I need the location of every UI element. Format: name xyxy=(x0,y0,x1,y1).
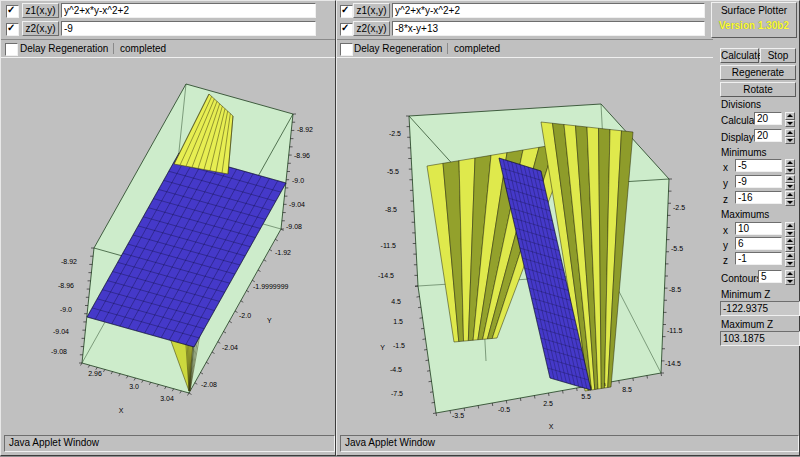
maximum-z-label: Maximum Z xyxy=(721,319,773,330)
z1-input[interactable] xyxy=(392,3,705,18)
svg-text:3.0: 3.0 xyxy=(129,383,139,390)
plot-canvas-right[interactable]: -2.5 -5.5 -8.5 -11.5 -14.5 -2.5 -5.5 -8.… xyxy=(339,58,717,436)
z1-input[interactable] xyxy=(61,3,316,18)
svg-text:-9.0: -9.0 xyxy=(292,177,304,184)
divisions-display-input[interactable] xyxy=(754,129,782,142)
z-axis-labels-right: -2.5 -5.5 -8.5 -11.5 -14.5 xyxy=(665,204,685,367)
brand-title: Surface Plotter xyxy=(712,3,796,18)
contours-input[interactable] xyxy=(758,270,782,283)
minimum-z-label: Minimum Z xyxy=(721,289,770,300)
divisions-label: Divisions xyxy=(721,99,761,110)
max-x-input[interactable] xyxy=(735,222,782,235)
svg-text:3.04: 3.04 xyxy=(160,395,174,402)
svg-text:-5.5: -5.5 xyxy=(387,168,399,175)
svg-text:5.5: 5.5 xyxy=(581,393,591,400)
min-z-input[interactable] xyxy=(735,191,782,204)
z1-label: z1(x,y) xyxy=(353,3,390,18)
svg-text:-2.5: -2.5 xyxy=(673,204,685,211)
svg-text:-9.08: -9.08 xyxy=(51,348,67,355)
screen: z1(x,y) z2(x,y) Delay Regeneration compl… xyxy=(0,0,800,457)
rotate-button[interactable]: Rotate xyxy=(720,82,796,97)
svg-text:-14.5: -14.5 xyxy=(378,272,394,279)
z1-enabled-checkbox[interactable] xyxy=(6,5,19,18)
svg-text:-9.04: -9.04 xyxy=(53,328,69,335)
svg-text:-3.5: -3.5 xyxy=(452,412,464,419)
java-applet-window-bar: Java Applet Window xyxy=(4,435,335,452)
svg-text:-9.0: -9.0 xyxy=(60,306,72,313)
brand-panel: Surface Plotter Version 1.30b2 xyxy=(711,2,797,38)
right-applet-window: z1(x,y) z2(x,y) Surface Plotter Version … xyxy=(336,0,800,456)
min-x-input[interactable] xyxy=(735,159,782,172)
svg-text:-2.0: -2.0 xyxy=(239,312,251,319)
max-z-input[interactable] xyxy=(735,252,782,265)
maximum-z-value: 103.1875 xyxy=(720,331,800,346)
brand-version: Version 1.30b2 xyxy=(712,18,796,33)
regenerate-button[interactable]: Regenerate xyxy=(720,65,796,80)
max-y-input[interactable] xyxy=(735,237,782,250)
max-y-label: y xyxy=(723,240,728,251)
z2-input[interactable] xyxy=(61,21,316,36)
max-z-spinner[interactable] xyxy=(785,252,795,267)
status-row: Delay Regeneration completed xyxy=(337,39,713,58)
z2-enabled-checkbox[interactable] xyxy=(340,23,353,36)
svg-text:-7.5: -7.5 xyxy=(391,390,403,397)
z1-enabled-checkbox[interactable] xyxy=(340,5,353,18)
z1-label: z1(x,y) xyxy=(22,3,59,18)
svg-text:-0.5: -0.5 xyxy=(498,406,510,413)
svg-text:-8.92: -8.92 xyxy=(297,126,313,133)
x-axis-title: X xyxy=(119,407,124,414)
z-axis-labels-left: -8.92 -8.96 -9.0 -9.04 -9.08 xyxy=(51,258,77,355)
divisions-display-label: Display xyxy=(721,132,754,143)
contours-spinner[interactable] xyxy=(785,270,795,285)
svg-text:2.5: 2.5 xyxy=(543,400,553,407)
z2-enabled-checkbox[interactable] xyxy=(6,23,19,36)
minimum-z-value: -122.9375 xyxy=(720,301,800,316)
divisions-calculate-input[interactable] xyxy=(754,112,782,125)
max-y-spinner[interactable] xyxy=(785,237,795,252)
y-axis-title: Y xyxy=(380,344,385,351)
divisions-calculate-spinner[interactable] xyxy=(785,112,795,127)
plot-canvas-left[interactable]: -8.92 -8.96 -9.0 -9.04 -9.08 -8.92 -8.96… xyxy=(3,58,333,436)
z-axis-labels-left: -2.5 -5.5 -8.5 -11.5 -14.5 xyxy=(378,130,401,279)
max-x-spinner[interactable] xyxy=(785,222,795,237)
divisions-display-spinner[interactable] xyxy=(785,129,795,144)
control-panel: Calculate Stop Regenerate Rotate Divisio… xyxy=(718,45,798,435)
min-z-label: z xyxy=(723,194,728,205)
svg-text:4.5: 4.5 xyxy=(391,298,401,305)
svg-text:-8.5: -8.5 xyxy=(669,286,681,293)
y-axis-title: Y xyxy=(267,317,272,324)
min-z-spinner[interactable] xyxy=(785,191,795,206)
svg-text:-1.9999999: -1.9999999 xyxy=(253,283,289,290)
z2-label: z2(x,y) xyxy=(22,21,59,36)
svg-text:-11.5: -11.5 xyxy=(381,242,397,249)
surface-plot-left: -8.92 -8.96 -9.0 -9.04 -9.08 -8.92 -8.96… xyxy=(3,58,333,434)
svg-text:-8.92: -8.92 xyxy=(61,258,77,265)
svg-text:-2.5: -2.5 xyxy=(389,130,401,137)
delay-regeneration-label: Delay Regeneration xyxy=(20,43,108,54)
svg-text:-1.92: -1.92 xyxy=(275,249,291,256)
z2-label: z2(x,y) xyxy=(353,21,390,36)
svg-text:-4.5: -4.5 xyxy=(390,366,402,373)
left-applet-window: z1(x,y) z2(x,y) Delay Regeneration compl… xyxy=(0,0,336,456)
min-y-input[interactable] xyxy=(735,175,782,188)
svg-text:-2.08: -2.08 xyxy=(201,381,217,388)
status-row: Delay Regeneration completed xyxy=(1,39,335,58)
min-y-spinner[interactable] xyxy=(785,175,795,190)
minimums-label: Minimums xyxy=(721,147,767,158)
status-text: completed xyxy=(447,43,500,54)
z2-input[interactable] xyxy=(392,21,705,36)
svg-text:-11.5: -11.5 xyxy=(667,327,683,334)
svg-text:-2.04: -2.04 xyxy=(222,344,238,351)
contours-label: Contours xyxy=(721,273,762,284)
svg-text:-8.96: -8.96 xyxy=(294,152,310,159)
svg-text:-9.08: -9.08 xyxy=(286,223,302,230)
calculate-button[interactable]: Calculate xyxy=(720,48,759,63)
min-x-spinner[interactable] xyxy=(785,159,795,174)
svg-text:-8.96: -8.96 xyxy=(58,282,74,289)
svg-text:8.5: 8.5 xyxy=(622,386,632,393)
x-axis-title: X xyxy=(549,423,554,430)
stop-button[interactable]: Stop xyxy=(760,48,796,63)
maximums-label: Maximums xyxy=(721,209,769,220)
delay-regeneration-checkbox[interactable] xyxy=(5,43,18,56)
delay-regeneration-checkbox[interactable] xyxy=(340,43,353,56)
